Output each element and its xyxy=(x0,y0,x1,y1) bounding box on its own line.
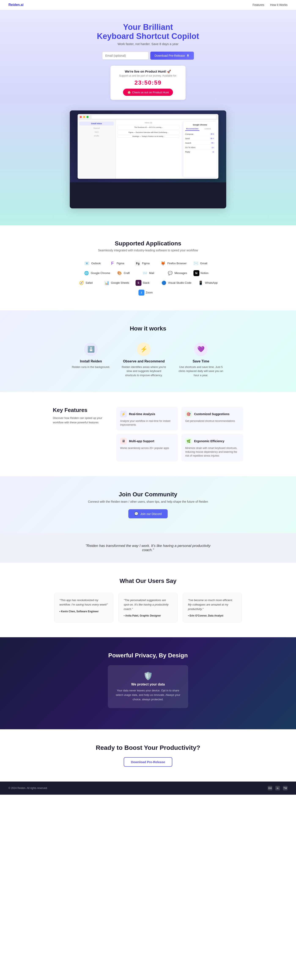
discord-icon: 💬 xyxy=(134,512,138,516)
hero-title-colored: Keyboard Shortcut Copilot xyxy=(97,32,199,41)
users-say-section: What Our Users Say "This app has revolut… xyxy=(0,563,296,637)
step-observe-desc: Reiden identifies areas where you're slo… xyxy=(120,365,167,377)
email-input[interactable] xyxy=(102,52,149,60)
app-notion: NNotion xyxy=(193,270,212,276)
hero-title: Your Brilliant Keyboard Shortcut Copilot xyxy=(4,23,292,41)
step-install-icon: ⬇️ xyxy=(84,342,98,356)
privacy-card-desc: Your data never leaves your device. Opt … xyxy=(114,689,182,702)
community-title: Join Our Community xyxy=(8,491,288,498)
discord-button[interactable]: 💬 Join our Discord xyxy=(128,509,168,519)
footer-social-icons: GH in TW xyxy=(268,786,288,791)
video-fake: Gmail Inbox Starred Sent Drafts Inbox (4… xyxy=(70,110,226,182)
how-title: How it works xyxy=(8,325,288,332)
footer-copyright: © 2024 Reiden. All rights reserved. xyxy=(8,787,48,789)
feature-ergonomic: 🌿 Ergonomic Efficiency Minimize strain w… xyxy=(181,434,243,461)
testimonial-1-author: • Anita Patel, Graphic Designer xyxy=(124,614,172,617)
app-messages: 💬Messages xyxy=(167,270,187,276)
ph-sub: Support us and be part of our journey. A… xyxy=(119,74,177,77)
app-whatsapp: 📱WhatsApp xyxy=(198,280,218,286)
testimonial-hero-quote: "Reiden has transformed the way I work. … xyxy=(80,544,216,552)
users-say-title: What Our Users Say xyxy=(8,578,288,584)
feature-ergonomic-desc: Minimize strain with smart keyboard shor… xyxy=(185,446,239,458)
feature-realtime-desc: Analyze your workflow in real-time for i… xyxy=(120,419,174,427)
nav-how-it-works[interactable]: How it Works xyxy=(270,3,288,6)
step-install-desc: Reiden runs in the background. xyxy=(72,365,110,369)
logo[interactable]: Reiden.ai xyxy=(8,3,24,7)
feature-customized-desc: Get personalized shortcut recommendation… xyxy=(185,419,239,423)
app-mail: 📨Mail xyxy=(142,270,161,276)
hero-subtitle: Work faster, not harder. Save 8 days a y… xyxy=(4,42,292,46)
privacy-card-title: We protect your data xyxy=(114,682,182,686)
ph-timer: 23:50:59 xyxy=(119,80,177,86)
fc-header-multiapp: 🖥 Multi-app Support xyxy=(120,438,174,444)
feature-multiapp-icon: 🖥 xyxy=(120,438,127,444)
step-save-icon: 💜 xyxy=(194,342,207,356)
app-outlook: 📧Outlook xyxy=(84,261,103,266)
supported-section: Supported Applications Seamlessly integr… xyxy=(0,225,296,310)
feature-customized-title: Customized Suggestions xyxy=(194,412,230,416)
app-craft: 🎨Craft xyxy=(117,270,136,276)
hero-title-plain: Your Brilliant xyxy=(123,23,173,32)
step-install: ⬇️ Install Reiden Reiden runs in the bac… xyxy=(72,342,110,377)
hero-form: Download Pre-Release xyxy=(4,52,292,60)
nav-features[interactable]: Features xyxy=(253,3,264,6)
features-title: Key Features xyxy=(53,407,108,414)
feature-multiapp-title: Multi-app Support xyxy=(129,439,154,443)
app-figma: FFigma xyxy=(109,261,128,266)
supported-subtitle: Seamlessly integrated with industry-lead… xyxy=(8,248,288,252)
video-preview: Gmail Inbox Starred Sent Drafts Inbox (4… xyxy=(70,110,226,208)
privacy-card: 🛡️ We protect your data Your data never … xyxy=(108,665,188,708)
app-slack: SSlack xyxy=(136,280,155,286)
product-hunt-banner: We're live on Product Hunt! 🚀 Support us… xyxy=(110,65,185,100)
video-inner: Gmail Inbox Starred Sent Drafts Inbox (4… xyxy=(70,110,226,182)
navbar: Reiden.ai Features How it Works xyxy=(0,0,296,10)
twitter-icon[interactable]: TW xyxy=(283,786,288,791)
features-desc: Discover how Reiden can speed up your wo… xyxy=(53,416,108,425)
cta-download-button[interactable]: Download Pre-Release xyxy=(124,757,172,767)
fc-header-customized: 🎯 Customized Suggestions xyxy=(185,410,239,417)
app-zoom: ZZoom xyxy=(138,290,158,296)
app-gmail: ✉️Gmail xyxy=(193,261,212,266)
app-safari: 🧭Safari xyxy=(78,280,98,286)
download-button[interactable]: Download Pre-Release xyxy=(150,52,194,60)
testimonial-0: "This app has revolutionized my workflow… xyxy=(54,593,113,622)
testimonial-0-text: "This app has revolutionized my workflow… xyxy=(59,598,108,607)
app-sheets: 📊Google Sheets xyxy=(104,280,129,286)
features-left: Key Features Discover how Reiden can spe… xyxy=(53,407,108,425)
privacy-section: Powerful Privacy, By Design 🛡️ We protec… xyxy=(0,637,296,729)
app-vscode: 🔵Visual Studio Code xyxy=(161,280,192,286)
step-observe-title: Observe and Recommend xyxy=(120,360,167,363)
fc-header-ergonomic: 🌿 Ergonomic Efficiency xyxy=(185,438,239,444)
shield-icon: 🛡️ xyxy=(114,671,182,681)
features-section: Key Features Discover how Reiden can spe… xyxy=(0,392,296,476)
github-icon[interactable]: GH xyxy=(268,786,272,791)
testimonial-hero-section: "Reiden has transformed the way I work. … xyxy=(0,533,296,563)
feature-multiapp: 🖥 Multi-app Support Works seamlessly acr… xyxy=(116,434,178,461)
ph-title: We're live on Product Hunt! 🚀 xyxy=(119,70,177,73)
feature-ergonomic-title: Ergonomic Efficiency xyxy=(194,439,224,443)
cta-section: Ready to Boost Your Productivity? Downlo… xyxy=(0,729,296,781)
step-save-title: Save Time xyxy=(177,360,224,363)
steps-container: ⬇️ Install Reiden Reiden runs in the bac… xyxy=(53,342,243,377)
hero-section: Your Brilliant Keyboard Shortcut Copilot… xyxy=(0,10,296,225)
testimonial-2-author: • Erin O'Connor, Data Analyst xyxy=(188,614,237,617)
feature-ergonomic-icon: 🌿 xyxy=(185,438,192,444)
testimonial-1: "The personalized suggestions are spot-o… xyxy=(119,593,177,622)
how-section: How it works ⬇️ Install Reiden Reiden ru… xyxy=(0,310,296,392)
testimonials-container: "This app has revolutionized my workflow… xyxy=(46,593,250,622)
app-chrome: 🌐Google Chrome xyxy=(84,270,110,276)
supported-title: Supported Applications xyxy=(8,240,288,247)
privacy-title: Powerful Privacy, By Design xyxy=(8,652,288,659)
ph-button[interactable]: 🏠 Check us out on Product Hunt xyxy=(123,89,173,96)
feature-realtime: ⚡ Real-time Analysis Analyze your workfl… xyxy=(116,407,178,431)
linkedin-icon[interactable]: in xyxy=(275,786,280,791)
app-firefox: 🦊Firefox Browser xyxy=(160,261,187,266)
feature-customized: 🎯 Customized Suggestions Get personalize… xyxy=(181,407,243,431)
footer: © 2024 Reiden. All rights reserved. GH i… xyxy=(0,781,296,795)
step-install-title: Install Reiden xyxy=(72,360,110,363)
testimonial-0-author: • Kevin Chen, Software Engineer xyxy=(59,610,108,613)
community-desc: Connect with the Reiden team / other use… xyxy=(8,500,288,503)
step-save: 💜 Save Time Use shortcuts and save time.… xyxy=(177,342,224,377)
app-figma2: FgFigma xyxy=(135,261,154,266)
testimonial-2-text: "I've become so much more efficient. My … xyxy=(188,598,237,611)
